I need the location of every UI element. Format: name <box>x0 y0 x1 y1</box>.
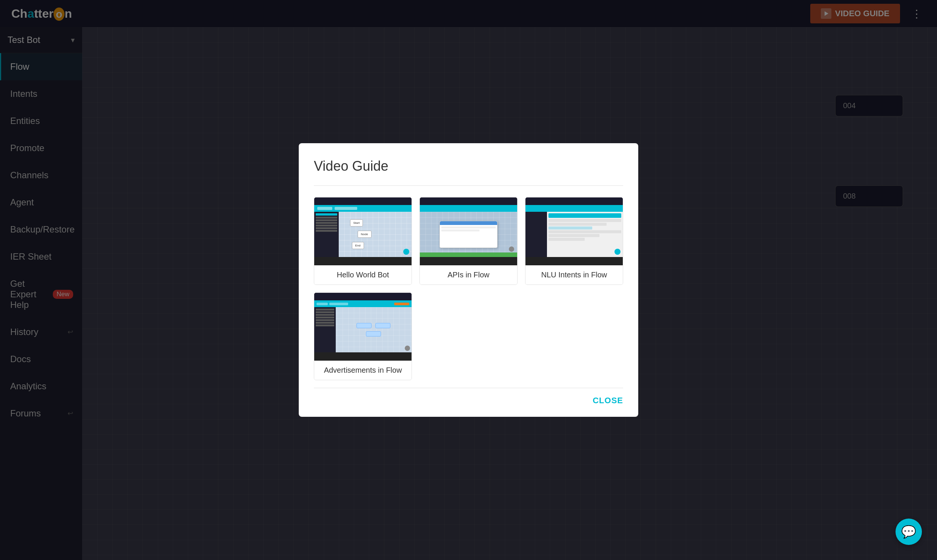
video-thumbnail-2 <box>420 197 517 265</box>
video-grid-row1: Start Node End Hello World Bot <box>314 197 623 285</box>
close-button[interactable]: CLOSE <box>593 396 623 406</box>
chat-icon: 💬 <box>901 525 916 539</box>
grid-empty-1 <box>420 292 517 380</box>
video-label-1: Hello World Bot <box>314 265 412 285</box>
modal-overlay[interactable]: Video Guide <box>0 0 937 560</box>
video-grid-row2: Advertisements in Flow <box>314 292 623 380</box>
video-card-ads[interactable]: Advertisements in Flow <box>314 292 412 380</box>
video-label-2: APIs in Flow <box>420 265 517 285</box>
video-thumbnail-1: Start Node End <box>314 197 412 265</box>
video-card-apis[interactable]: APIs in Flow <box>420 197 517 285</box>
modal-divider <box>314 185 623 186</box>
video-thumbnail-4 <box>314 293 412 361</box>
modal-footer: CLOSE <box>314 388 623 406</box>
modal-title: Video Guide <box>314 158 623 174</box>
grid-empty-2 <box>525 292 623 380</box>
video-card-nlu[interactable]: NLU Intents in Flow <box>525 197 623 285</box>
video-guide-modal: Video Guide <box>299 143 638 417</box>
video-thumbnail-3 <box>525 197 623 265</box>
video-label-4: Advertisements in Flow <box>314 361 412 380</box>
video-label-3: NLU Intents in Flow <box>525 265 623 285</box>
video-card-hello-world[interactable]: Start Node End Hello World Bot <box>314 197 412 285</box>
chat-bubble[interactable]: 💬 <box>895 518 922 545</box>
